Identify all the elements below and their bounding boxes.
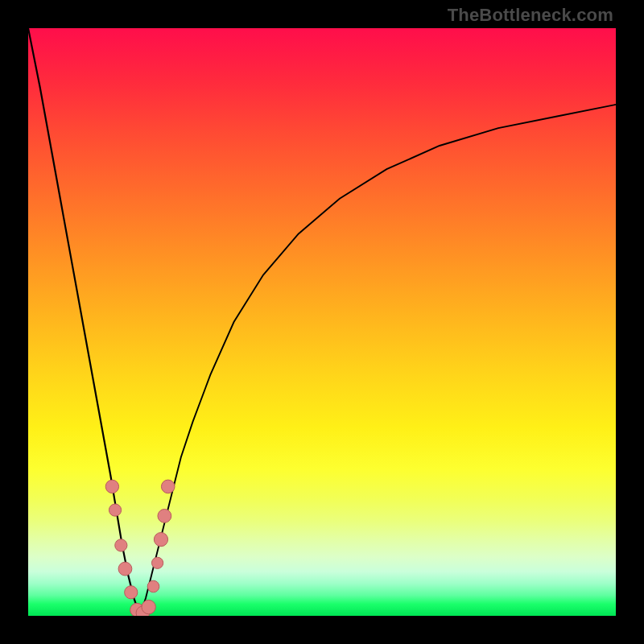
curve-right_branch bbox=[140, 105, 616, 616]
marker-dot bbox=[158, 510, 171, 523]
marker-dot bbox=[105, 480, 118, 493]
marker-dot bbox=[161, 480, 175, 493]
curve-left_branch bbox=[28, 28, 140, 616]
marker-dot bbox=[109, 504, 121, 516]
curve-layer bbox=[28, 28, 616, 616]
marker-dot bbox=[118, 562, 132, 576]
plot-area bbox=[28, 28, 616, 616]
marker-dot bbox=[115, 539, 127, 551]
marker-layer bbox=[105, 480, 175, 616]
marker-dot bbox=[154, 533, 167, 547]
marker-dot bbox=[152, 557, 163, 568]
marker-dot bbox=[147, 580, 159, 592]
watermark-text: TheBottleneck.com bbox=[448, 5, 613, 26]
chart-svg bbox=[28, 28, 616, 616]
marker-dot bbox=[125, 586, 138, 599]
outer-frame: TheBottleneck.com bbox=[0, 0, 644, 644]
marker-dot bbox=[142, 600, 155, 613]
